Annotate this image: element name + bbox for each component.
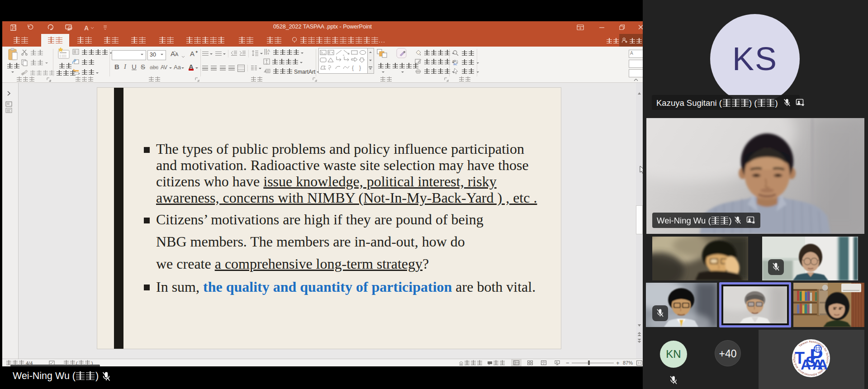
svg-text:A: A	[817, 356, 828, 373]
svg-text:}: }	[359, 65, 361, 71]
svg-text:A: A	[267, 48, 270, 53]
svg-text:{: {	[352, 65, 354, 71]
